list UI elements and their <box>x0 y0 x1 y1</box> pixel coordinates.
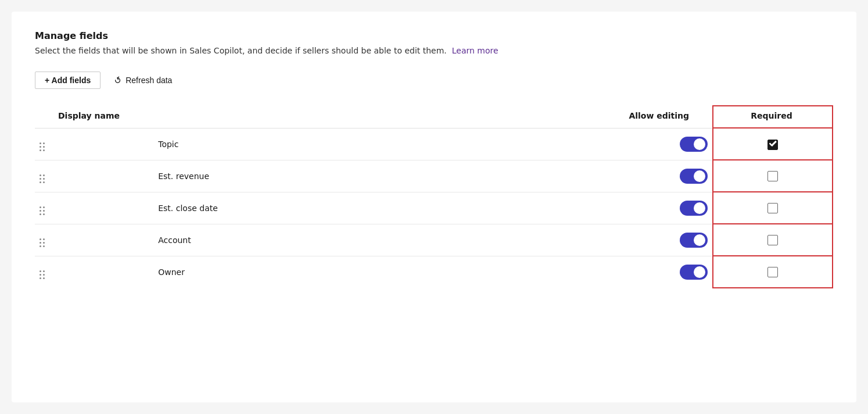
field-name-cell: Owner <box>153 256 593 288</box>
allow-editing-cell <box>593 224 713 256</box>
allow-editing-cell <box>593 192 713 224</box>
table-row: Account <box>35 224 833 256</box>
col-header-allow-editing: Allow editing <box>593 106 713 128</box>
drag-handle[interactable] <box>35 128 153 160</box>
drag-dots-icon <box>40 142 45 151</box>
refresh-data-label: Refresh data <box>125 76 172 85</box>
allow-editing-toggle[interactable] <box>680 137 708 152</box>
manage-fields-container: Manage fields Select the fields that wil… <box>12 12 856 402</box>
col-header-display-name: Display name <box>35 106 593 128</box>
required-cell <box>713 160 833 192</box>
page-subtitle: Select the fields that will be shown in … <box>35 46 833 55</box>
field-name-cell: Account <box>153 224 593 256</box>
table-row: Est. revenue <box>35 160 833 192</box>
toolbar: + Add fields ↺ Refresh data <box>35 72 833 89</box>
add-fields-label: + Add fields <box>45 76 91 85</box>
fields-table: Display name Allow editing Required Topi… <box>35 105 833 288</box>
table-row: Topic <box>35 128 833 160</box>
drag-dots-icon <box>40 238 45 247</box>
required-cell <box>713 224 833 256</box>
field-name-cell: Est. revenue <box>153 160 593 192</box>
required-checkbox[interactable] <box>767 171 778 181</box>
toggle-slider <box>680 201 708 216</box>
drag-handle[interactable] <box>35 160 153 192</box>
toggle-slider <box>680 169 708 184</box>
table-row: Est. close date <box>35 192 833 224</box>
drag-handle[interactable] <box>35 224 153 256</box>
add-fields-button[interactable]: + Add fields <box>35 72 101 89</box>
allow-editing-toggle[interactable] <box>680 201 708 216</box>
allow-editing-toggle[interactable] <box>680 233 708 248</box>
page-title: Manage fields <box>35 30 833 41</box>
allow-editing-toggle[interactable] <box>680 169 708 184</box>
required-cell <box>713 256 833 288</box>
drag-dots-icon <box>40 206 45 215</box>
allow-editing-cell <box>593 128 713 160</box>
field-name-cell: Topic <box>153 128 593 160</box>
learn-more-link[interactable]: Learn more <box>452 46 498 55</box>
drag-handle[interactable] <box>35 256 153 288</box>
required-checkbox[interactable] <box>767 235 778 245</box>
checkbox-wrapper <box>767 138 778 150</box>
allow-editing-cell <box>593 160 713 192</box>
required-cell <box>713 192 833 224</box>
required-checkbox[interactable] <box>767 140 778 150</box>
allow-editing-toggle[interactable] <box>680 265 708 280</box>
field-name-cell: Est. close date <box>153 192 593 224</box>
drag-dots-icon <box>40 270 45 279</box>
allow-editing-cell <box>593 256 713 288</box>
toggle-slider <box>680 265 708 280</box>
required-cell <box>713 128 833 160</box>
required-checkbox[interactable] <box>767 203 778 213</box>
drag-handle[interactable] <box>35 192 153 224</box>
table-row: Owner <box>35 256 833 288</box>
toggle-slider <box>680 137 708 152</box>
drag-dots-icon <box>40 174 45 183</box>
toggle-slider <box>680 233 708 248</box>
refresh-data-button[interactable]: ↺ Refresh data <box>107 72 179 89</box>
col-header-required: Required <box>713 106 833 128</box>
refresh-icon: ↺ <box>113 74 124 87</box>
subtitle-text: Select the fields that will be shown in … <box>35 46 447 55</box>
required-checkbox[interactable] <box>767 267 778 277</box>
